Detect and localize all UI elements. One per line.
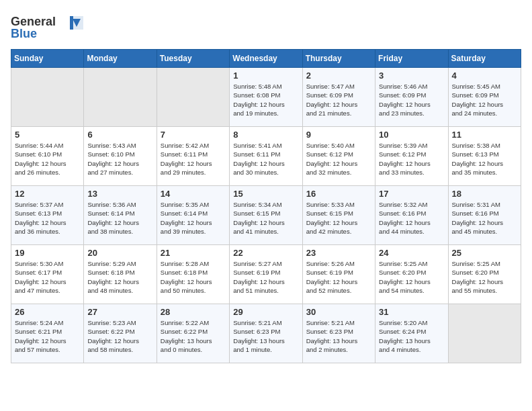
cell-content: Sunrise: 5:21 AM Sunset: 6:23 PM Dayligh… [233, 318, 298, 354]
cell-content: Sunrise: 5:43 AM Sunset: 6:10 PM Dayligh… [87, 141, 152, 177]
day-header-thursday: Thursday [302, 50, 375, 68]
cell-content: Sunrise: 5:37 AM Sunset: 6:13 PM Dayligh… [15, 200, 80, 236]
calendar-cell [11, 68, 84, 127]
day-number: 6 [87, 130, 152, 140]
calendar-cell: 6Sunrise: 5:43 AM Sunset: 6:10 PM Daylig… [84, 127, 157, 186]
calendar-cell: 25Sunrise: 5:25 AM Sunset: 6:20 PM Dayli… [448, 245, 521, 304]
calendar-cell: 1Sunrise: 5:48 AM Sunset: 6:08 PM Daylig… [230, 68, 302, 127]
day-number: 20 [87, 248, 152, 258]
cell-content: Sunrise: 5:33 AM Sunset: 6:15 PM Dayligh… [306, 200, 371, 236]
calendar-cell: 17Sunrise: 5:32 AM Sunset: 6:16 PM Dayli… [375, 186, 448, 245]
calendar-cell: 14Sunrise: 5:35 AM Sunset: 6:14 PM Dayli… [157, 186, 229, 245]
calendar-table: SundayMondayTuesdayWednesdayThursdayFrid… [11, 49, 521, 363]
cell-content: Sunrise: 5:42 AM Sunset: 6:11 PM Dayligh… [161, 141, 226, 177]
cell-content: Sunrise: 5:47 AM Sunset: 6:09 PM Dayligh… [306, 82, 371, 118]
day-number: 26 [15, 307, 80, 317]
calendar-cell: 20Sunrise: 5:29 AM Sunset: 6:18 PM Dayli… [84, 245, 157, 304]
day-number: 15 [233, 189, 298, 199]
day-header-monday: Monday [84, 50, 157, 68]
cell-content: Sunrise: 5:36 AM Sunset: 6:14 PM Dayligh… [87, 200, 152, 236]
day-number: 28 [161, 307, 226, 317]
day-number: 31 [379, 307, 444, 317]
week-row-4: 19Sunrise: 5:30 AM Sunset: 6:17 PM Dayli… [11, 245, 521, 304]
day-number: 10 [379, 130, 444, 140]
cell-content: Sunrise: 5:38 AM Sunset: 6:13 PM Dayligh… [452, 141, 517, 177]
day-number: 23 [306, 248, 371, 258]
cell-content: Sunrise: 5:20 AM Sunset: 6:24 PM Dayligh… [379, 318, 444, 354]
calendar-cell: 27Sunrise: 5:23 AM Sunset: 6:22 PM Dayli… [84, 304, 157, 363]
cell-content: Sunrise: 5:25 AM Sunset: 6:20 PM Dayligh… [452, 259, 517, 295]
day-header-sunday: Sunday [11, 50, 84, 68]
calendar-cell: 31Sunrise: 5:20 AM Sunset: 6:24 PM Dayli… [375, 304, 448, 363]
cell-content: Sunrise: 5:44 AM Sunset: 6:10 PM Dayligh… [15, 141, 80, 177]
day-number: 22 [233, 248, 298, 258]
cell-content: Sunrise: 5:25 AM Sunset: 6:20 PM Dayligh… [379, 259, 444, 295]
day-number: 2 [306, 71, 371, 81]
week-row-5: 26Sunrise: 5:24 AM Sunset: 6:21 PM Dayli… [11, 304, 521, 363]
cell-content: Sunrise: 5:35 AM Sunset: 6:14 PM Dayligh… [161, 200, 226, 236]
day-number: 24 [379, 248, 444, 258]
cell-content: Sunrise: 5:48 AM Sunset: 6:08 PM Dayligh… [233, 82, 298, 118]
days-header-row: SundayMondayTuesdayWednesdayThursdayFrid… [11, 50, 521, 68]
calendar-cell: 9Sunrise: 5:40 AM Sunset: 6:12 PM Daylig… [302, 127, 375, 186]
cell-content: Sunrise: 5:28 AM Sunset: 6:18 PM Dayligh… [161, 259, 226, 295]
cell-content: Sunrise: 5:22 AM Sunset: 6:22 PM Dayligh… [161, 318, 226, 354]
day-number: 8 [233, 130, 298, 140]
calendar-cell: 29Sunrise: 5:21 AM Sunset: 6:23 PM Dayli… [230, 304, 302, 363]
cell-content: Sunrise: 5:41 AM Sunset: 6:11 PM Dayligh… [233, 141, 298, 177]
day-number: 30 [306, 307, 371, 317]
calendar-cell: 15Sunrise: 5:34 AM Sunset: 6:15 PM Dayli… [230, 186, 302, 245]
calendar-cell: 2Sunrise: 5:47 AM Sunset: 6:09 PM Daylig… [302, 68, 375, 127]
logo-text: General Blue [11, 11, 85, 44]
cell-content: Sunrise: 5:24 AM Sunset: 6:21 PM Dayligh… [15, 318, 80, 354]
svg-rect-4 [70, 16, 73, 30]
week-row-2: 5Sunrise: 5:44 AM Sunset: 6:10 PM Daylig… [11, 127, 521, 186]
cell-content: Sunrise: 5:46 AM Sunset: 6:09 PM Dayligh… [379, 82, 444, 118]
day-number: 11 [452, 130, 517, 140]
calendar-cell: 19Sunrise: 5:30 AM Sunset: 6:17 PM Dayli… [11, 245, 84, 304]
cell-content: Sunrise: 5:26 AM Sunset: 6:19 PM Dayligh… [306, 259, 371, 295]
cell-content: Sunrise: 5:32 AM Sunset: 6:16 PM Dayligh… [379, 200, 444, 236]
calendar-cell: 18Sunrise: 5:31 AM Sunset: 6:16 PM Dayli… [448, 186, 521, 245]
logo: General Blue [11, 11, 85, 44]
day-header-wednesday: Wednesday [230, 50, 302, 68]
cell-content: Sunrise: 5:27 AM Sunset: 6:19 PM Dayligh… [233, 259, 298, 295]
cell-content: Sunrise: 5:29 AM Sunset: 6:18 PM Dayligh… [87, 259, 152, 295]
calendar-cell: 13Sunrise: 5:36 AM Sunset: 6:14 PM Dayli… [84, 186, 157, 245]
svg-text:General: General [11, 15, 56, 28]
cell-content: Sunrise: 5:45 AM Sunset: 6:09 PM Dayligh… [452, 82, 517, 118]
day-number: 3 [379, 71, 444, 81]
day-number: 14 [161, 189, 226, 199]
day-header-saturday: Saturday [448, 50, 521, 68]
day-number: 29 [233, 307, 298, 317]
cell-content: Sunrise: 5:40 AM Sunset: 6:12 PM Dayligh… [306, 141, 371, 177]
cell-content: Sunrise: 5:31 AM Sunset: 6:16 PM Dayligh… [452, 200, 517, 236]
calendar-cell [157, 68, 229, 127]
calendar-cell: 16Sunrise: 5:33 AM Sunset: 6:15 PM Dayli… [302, 186, 375, 245]
calendar-cell: 28Sunrise: 5:22 AM Sunset: 6:22 PM Dayli… [157, 304, 229, 363]
day-number: 19 [15, 248, 80, 258]
calendar-cell: 22Sunrise: 5:27 AM Sunset: 6:19 PM Dayli… [230, 245, 302, 304]
day-header-friday: Friday [375, 50, 448, 68]
week-row-3: 12Sunrise: 5:37 AM Sunset: 6:13 PM Dayli… [11, 186, 521, 245]
calendar-cell [448, 304, 521, 363]
day-number: 4 [452, 71, 517, 81]
day-number: 13 [87, 189, 152, 199]
page-header: General Blue [11, 11, 521, 44]
calendar-cell: 30Sunrise: 5:21 AM Sunset: 6:23 PM Dayli… [302, 304, 375, 363]
day-number: 12 [15, 189, 80, 199]
day-number: 1 [233, 71, 298, 81]
day-number: 5 [15, 130, 80, 140]
calendar-cell [84, 68, 157, 127]
calendar-cell: 11Sunrise: 5:38 AM Sunset: 6:13 PM Dayli… [448, 127, 521, 186]
cell-content: Sunrise: 5:21 AM Sunset: 6:23 PM Dayligh… [306, 318, 371, 354]
calendar-cell: 24Sunrise: 5:25 AM Sunset: 6:20 PM Dayli… [375, 245, 448, 304]
calendar-cell: 8Sunrise: 5:41 AM Sunset: 6:11 PM Daylig… [230, 127, 302, 186]
calendar-cell: 3Sunrise: 5:46 AM Sunset: 6:09 PM Daylig… [375, 68, 448, 127]
calendar-cell: 23Sunrise: 5:26 AM Sunset: 6:19 PM Dayli… [302, 245, 375, 304]
day-header-tuesday: Tuesday [157, 50, 229, 68]
day-number: 7 [161, 130, 226, 140]
calendar-cell: 26Sunrise: 5:24 AM Sunset: 6:21 PM Dayli… [11, 304, 84, 363]
cell-content: Sunrise: 5:30 AM Sunset: 6:17 PM Dayligh… [15, 259, 80, 295]
calendar-cell: 4Sunrise: 5:45 AM Sunset: 6:09 PM Daylig… [448, 68, 521, 127]
